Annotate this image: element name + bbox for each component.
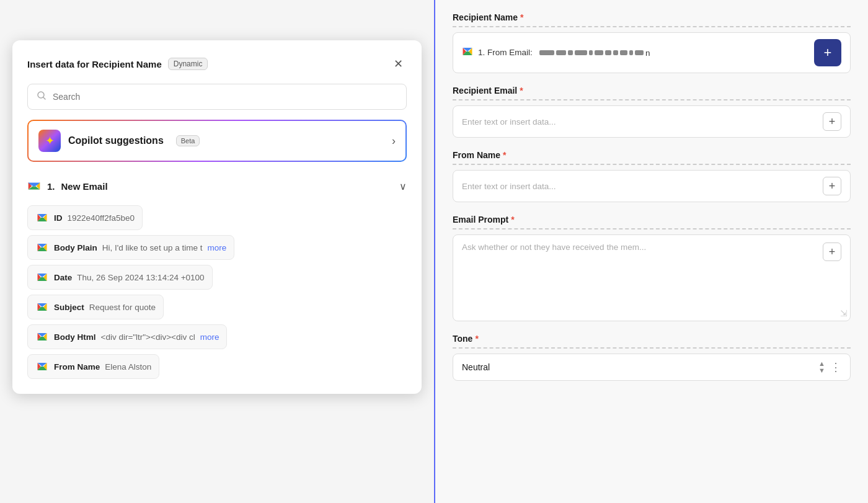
from-name-placeholder: Enter text or insert data... <box>462 182 556 191</box>
list-item[interactable]: ID 1922e40ff2fa5be0 <box>27 205 143 230</box>
add-button[interactable]: + <box>814 39 841 66</box>
chip-label: Date <box>54 273 72 282</box>
insert-data-button[interactable]: + <box>823 112 841 131</box>
recipient-email-input[interactable]: Enter text or insert data... + <box>453 105 851 138</box>
chevron-right-icon: › <box>392 135 396 148</box>
email-prompt-placeholder: Ask whether or not they have received th… <box>462 243 823 252</box>
recipient-name-input[interactable]: 1. From Email: n <box>453 32 851 73</box>
chevron-down-icon[interactable]: ∨ <box>399 180 407 192</box>
email-prompt-label: Email Prompt * <box>453 215 851 229</box>
tone-field: Tone * Neutral ▲ ▼ ⋮ <box>453 334 851 381</box>
more-link[interactable]: more <box>207 243 226 252</box>
recipient-email-placeholder: Enter text or insert data... <box>462 117 556 127</box>
close-button[interactable]: ✕ <box>389 55 407 73</box>
more-link[interactable]: more <box>200 332 219 342</box>
section-header: 1. New Email ∨ <box>27 174 407 198</box>
chip-value: Thu, 26 Sep 2024 13:14:24 +0100 <box>77 273 204 282</box>
section-title: 1. New Email <box>27 179 108 193</box>
chip-value: 1922e40ff2fa5be0 <box>68 213 135 223</box>
chip-value: <div dir="ltr"><div><div cl <box>101 332 195 342</box>
gmail-icon <box>35 270 49 284</box>
list-item[interactable]: From Name Elena Alston <box>27 354 159 379</box>
copilot-star-icon: ✦ <box>45 134 55 148</box>
chip-label: ID <box>54 213 63 223</box>
gmail-icon <box>35 330 49 344</box>
gmail-icon <box>35 360 49 373</box>
from-name-input[interactable]: Enter text or insert data... + <box>453 170 851 202</box>
modal-header: Insert data for Recipient Name Dynamic ✕ <box>27 55 407 73</box>
dynamic-badge: Dynamic <box>168 58 208 70</box>
required-indicator: * <box>520 12 523 22</box>
gmail-icon <box>35 241 49 254</box>
recipient-email-label: Recipient Email * <box>453 86 851 100</box>
modal-title: Insert data for Recipient Name Dynamic <box>27 58 208 70</box>
list-item[interactable]: Subject Request for quote <box>27 295 164 319</box>
section-number: 1. <box>47 181 55 192</box>
right-panel: Recipient Name * 1. From Email: <box>434 0 868 503</box>
gmail-icon <box>35 300 49 314</box>
list-item[interactable]: Body Html <div dir="ltr"><div><div cl mo… <box>27 324 227 349</box>
chip-label: Subject <box>54 303 84 312</box>
copilot-label: Copilot suggestions <box>68 135 164 146</box>
required-indicator: * <box>475 334 478 344</box>
search-box <box>27 84 407 110</box>
required-indicator: * <box>503 150 506 160</box>
recipient-email-field: Recipient Email * Enter text or insert d… <box>453 86 851 138</box>
chip-label: Body Plain <box>54 243 97 252</box>
tone-label: Tone * <box>453 334 851 349</box>
tone-value: Neutral <box>462 362 490 372</box>
from-name-label: From Name * <box>453 150 851 165</box>
chip-label: From Name <box>54 362 100 372</box>
email-prompt-textarea[interactable]: Ask whether or not they have received th… <box>453 234 851 321</box>
modal-title-text: Insert data for Recipient Name <box>27 59 162 69</box>
section-name: New Email <box>61 181 108 192</box>
gmail-icon <box>35 211 49 225</box>
search-input[interactable] <box>53 92 397 102</box>
recipient-name-label: Recipient Name * <box>453 12 851 27</box>
gmail-icon <box>462 46 473 60</box>
gmail-icon <box>27 179 41 193</box>
close-icon: ✕ <box>394 57 403 71</box>
copilot-icon: ✦ <box>38 130 61 152</box>
chip-label: Body Html <box>54 332 96 342</box>
chip-value: Hi, I'd like to set up a time t <box>102 243 203 252</box>
data-items-list: ID 1922e40ff2fa5be0 Body Plain Hi, I'd l… <box>27 205 407 379</box>
copilot-suggestions-button[interactable]: ✦ Copilot suggestions Beta › <box>27 120 407 162</box>
svg-line-1 <box>43 97 45 99</box>
email-prompt-field: Email Prompt * Ask whether or not they h… <box>453 215 851 321</box>
chip-value: Elena Alston <box>105 362 151 372</box>
tone-select[interactable]: Neutral ▲ ▼ ⋮ <box>453 354 851 381</box>
recipient-name-value: 1. From Email: n <box>478 48 814 58</box>
from-name-field: From Name * Enter text or insert data...… <box>453 150 851 202</box>
more-options-icon[interactable]: ⋮ <box>830 360 841 374</box>
required-indicator: * <box>511 215 514 225</box>
resize-handle[interactable]: ⇲ <box>840 308 848 318</box>
recipient-name-field: Recipient Name * 1. From Email: <box>453 12 851 73</box>
insert-data-button[interactable]: + <box>823 177 841 195</box>
list-item[interactable]: Date Thu, 26 Sep 2024 13:14:24 +0100 <box>27 265 213 290</box>
required-indicator: * <box>520 86 523 96</box>
list-item[interactable]: Body Plain Hi, I'd like to set up a time… <box>27 235 234 260</box>
insert-data-modal: Insert data for Recipient Name Dynamic ✕… <box>12 40 422 394</box>
select-arrows-icon: ▲ ▼ <box>818 360 825 374</box>
chip-value: Request for quote <box>89 303 156 312</box>
beta-badge: Beta <box>176 135 200 146</box>
search-icon <box>37 91 46 103</box>
insert-data-button[interactable]: + <box>823 243 841 261</box>
